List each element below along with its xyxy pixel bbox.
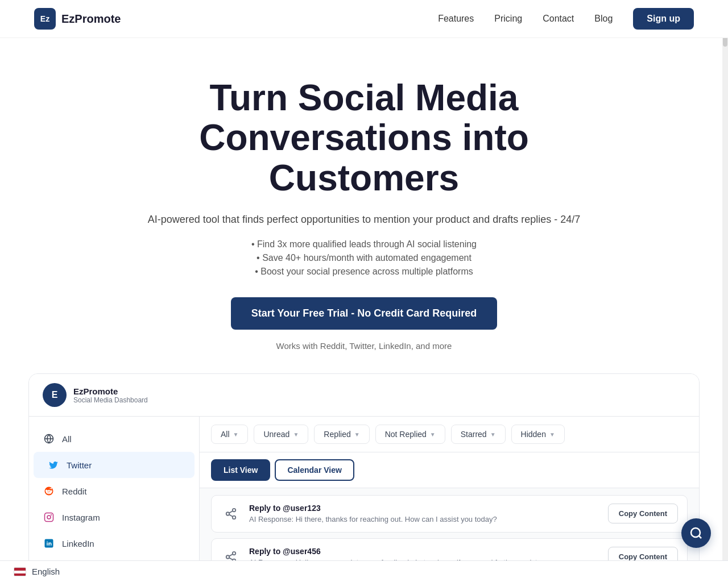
instagram-icon — [43, 511, 55, 523]
filter-bar: All ▼ Unread ▼ Replied ▼ Not Replied ▼ S… — [200, 417, 699, 452]
svg-line-15 — [229, 558, 233, 560]
chevron-icon: ▼ — [430, 431, 436, 438]
reply-item-1: Reply to @user123 AI Response: Hi there,… — [211, 495, 688, 533]
hero-cta-button[interactable]: Start Your Free Trial - No Credit Card R… — [231, 297, 497, 330]
calendar-view-button[interactable]: Calendar View — [275, 459, 354, 481]
svg-point-9 — [233, 516, 236, 519]
sidebar-label-instagram: Instagram — [62, 513, 100, 522]
bullet-3: • Boost your social presence across mult… — [102, 267, 626, 277]
dashboard-body: All Twitter Reddit Instagram — [29, 417, 699, 582]
sidebar-label-linkedin: LinkedIn — [62, 539, 94, 548]
chevron-icon: ▼ — [293, 431, 299, 438]
footer-bar: English — [0, 560, 728, 582]
nav-link-contact[interactable]: Contact — [543, 14, 574, 24]
scrollbar[interactable] — [722, 0, 728, 582]
sidebar-label-twitter: Twitter — [67, 460, 92, 470]
filter-replied[interactable]: Replied ▼ — [314, 425, 369, 444]
nav-logo: Ez — [34, 8, 56, 30]
hero-subtitle: AI-powered tool that finds perfect oppor… — [102, 214, 626, 226]
chevron-icon: ▼ — [233, 431, 239, 438]
view-bar: List View Calendar View — [200, 452, 699, 488]
reddit-icon — [43, 485, 55, 497]
sidebar-item-all[interactable]: All — [29, 426, 199, 452]
nav-brand[interactable]: Ez EzPromote — [34, 8, 121, 30]
chevron-icon: ▼ — [549, 431, 555, 438]
chevron-icon: ▼ — [354, 431, 360, 438]
linkedin-icon — [43, 537, 55, 550]
dashboard-avatar: E — [43, 383, 67, 407]
share-icon-1 — [221, 504, 241, 524]
filter-all[interactable]: All ▼ — [211, 425, 248, 444]
svg-point-22 — [691, 528, 700, 537]
sidebar-label-all: All — [62, 434, 72, 444]
sidebar-item-reddit[interactable]: Reddit — [29, 478, 199, 504]
svg-line-11 — [229, 511, 233, 513]
navbar: Ez EzPromote Features Pricing Contact Bl… — [0, 0, 728, 38]
filter-starred[interactable]: Starred ▼ — [451, 425, 506, 444]
reply-content-1: Reply to @user123 AI Response: Hi there,… — [249, 504, 600, 523]
dashboard-brand-name: EzPromote — [73, 386, 148, 396]
brand-name: EzPromote — [61, 13, 121, 26]
filter-hidden[interactable]: Hidden ▼ — [511, 425, 565, 444]
nav-link-blog[interactable]: Blog — [594, 14, 613, 24]
globe-icon — [43, 433, 55, 445]
nav-links: Features Pricing Contact Blog Sign up — [438, 8, 694, 30]
nav-link-features[interactable]: Features — [438, 14, 474, 24]
svg-line-10 — [229, 515, 233, 517]
list-view-button[interactable]: List View — [211, 459, 270, 481]
reply-body-1: AI Response: Hi there, thanks for reachi… — [249, 515, 600, 523]
chevron-icon: ▼ — [490, 431, 496, 438]
hero-works-text: Works with Reddit, Twitter, LinkedIn, an… — [102, 341, 626, 351]
dashboard-main: All ▼ Unread ▼ Replied ▼ Not Replied ▼ S… — [200, 417, 699, 582]
dashboard-preview: E EzPromote Social Media Dashboard All T… — [28, 373, 700, 582]
flag-icon — [14, 567, 26, 576]
logo-text: Ez — [40, 14, 49, 23]
svg-line-23 — [699, 536, 701, 538]
dashboard-header: E EzPromote Social Media Dashboard — [29, 374, 699, 417]
language-label: English — [32, 567, 60, 576]
reply-title-1: Reply to @user123 — [249, 504, 600, 513]
nav-link-pricing[interactable]: Pricing — [494, 14, 522, 24]
sidebar-item-instagram[interactable]: Instagram — [29, 504, 199, 530]
dashboard-brand-info: EzPromote Social Media Dashboard — [73, 386, 148, 404]
filter-unread[interactable]: Unread ▼ — [254, 425, 308, 444]
dashboard-sidebar: All Twitter Reddit Instagram — [29, 417, 200, 582]
sidebar-item-linkedin[interactable]: LinkedIn — [29, 530, 199, 556]
hero-title: Turn Social Media Conversations into Cus… — [102, 78, 626, 198]
svg-point-12 — [233, 552, 236, 555]
copy-button-1[interactable]: Copy Content — [608, 504, 678, 523]
dashboard-brand-subtitle: Social Media Dashboard — [73, 396, 148, 404]
filter-not-replied[interactable]: Not Replied ▼ — [375, 425, 445, 444]
svg-point-4 — [47, 516, 51, 519]
svg-point-13 — [226, 555, 230, 559]
bullet-2: • Save 40+ hours/month with automated en… — [102, 253, 626, 263]
svg-line-16 — [229, 554, 233, 556]
svg-point-5 — [51, 515, 52, 516]
signup-button[interactable]: Sign up — [633, 8, 694, 30]
bullet-1: • Find 3x more qualified leads through A… — [102, 239, 626, 250]
sidebar-label-reddit: Reddit — [62, 487, 86, 496]
reply-title-2: Reply to @user456 — [249, 547, 600, 556]
svg-point-8 — [226, 512, 230, 516]
chat-fab-button[interactable] — [681, 518, 711, 548]
svg-point-7 — [233, 509, 236, 512]
hero-section: Turn Social Media Conversations into Cus… — [80, 38, 648, 373]
twitter-icon — [47, 459, 60, 471]
svg-rect-3 — [45, 513, 53, 522]
hero-bullets: • Find 3x more qualified leads through A… — [102, 239, 626, 277]
sidebar-item-twitter[interactable]: Twitter — [34, 452, 195, 478]
